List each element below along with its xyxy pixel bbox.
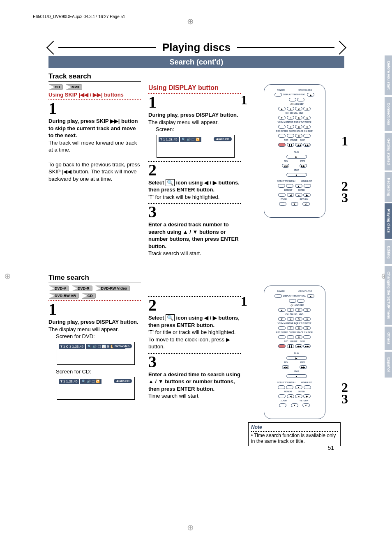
- dotted-divider: [48, 99, 141, 100]
- chevron-left-icon: [46, 41, 60, 55]
- dotted-divider: [148, 161, 241, 162]
- dotted-divider: [148, 296, 241, 297]
- time-step-1-text: The display menu will appear.: [48, 326, 141, 333]
- callout-1b: 1: [341, 134, 348, 149]
- note-text: • Time search function is available only…: [251, 433, 338, 444]
- display-step-1-num: 1: [148, 96, 241, 109]
- search-icon: 🔍: [166, 314, 175, 321]
- time-step-2-num: 2: [148, 299, 241, 312]
- tab-setup-menu: Changing the SETUP menu: [385, 266, 392, 325]
- banner-bar-right: [237, 47, 334, 48]
- track-badges: CD MP3: [48, 84, 141, 90]
- display-step-1-sub: Screen:: [156, 126, 241, 133]
- time-col-right: 1 2 3 POWER OPEN/CLOSE DISPLAY TIMER PRO…: [248, 286, 341, 446]
- time-badges-row1: DVD-V DVD-R DVD-RW Video: [48, 286, 141, 291]
- display-step-3-text: Track search will start.: [148, 250, 241, 257]
- step-1-bold: During play, press SKIP ▶▶| button to sk…: [48, 117, 141, 139]
- time-search-columns: DVD-V DVD-R DVD-RW Video DVD-RW VR CD 1 …: [48, 286, 344, 446]
- sub-title: Search (cont'd): [48, 56, 344, 68]
- time-step-1-sub2: Screen for CD:: [56, 368, 141, 375]
- screen-icon-row: 🔍 🔊 ⬚ 🔁: [180, 137, 202, 142]
- display-step-3-num: 3: [148, 205, 241, 219]
- tab-editing: Editing: [385, 240, 392, 265]
- step-1-para2: To go back to the previous track, press …: [48, 161, 141, 183]
- badge-dvdv: DVD-V: [48, 286, 69, 291]
- dotted-divider: [148, 203, 241, 204]
- main-title: Playing discs: [156, 41, 237, 54]
- time-step-1-bold: During play, press DISPLAY button.: [48, 318, 141, 326]
- time-search-heading: Time search: [48, 274, 141, 283]
- display-step-1-text: The display menu will appear.: [148, 119, 241, 126]
- time-badges-row2: DVD-RW VR CD: [48, 293, 141, 299]
- badge-cd: CD: [48, 84, 63, 90]
- time-step-3-text: Time search will start.: [148, 392, 241, 400]
- tab-recording: Recording: [385, 172, 392, 202]
- page-content: Playing discs Search (cont'd) Track sear…: [48, 41, 344, 446]
- page-number: 51: [327, 444, 334, 451]
- registration-mark-bottom: ⊕: [187, 523, 194, 532]
- time-step-3-num: 3: [148, 355, 241, 368]
- screen-cd: T 1 1:23:45 Audio CD 🔍 🔊 ⬚ 🔁: [57, 377, 135, 400]
- display-step-2-text: Select 🔍 icon using ◀ / ▶ buttons, then …: [148, 179, 241, 193]
- display-step-3-bold: Enter a desired track number to search u…: [148, 221, 241, 250]
- remote-diagram-2: POWER OPEN/CLOSE DISPLAY TIMER PROG. ▲ .…: [264, 286, 325, 419]
- tab-playing-discs: Playing discs: [385, 203, 392, 239]
- tab-connections: Connections: [385, 97, 392, 131]
- time-search-section: Time search DVD-V DVD-R DVD-RW Video DVD…: [48, 274, 344, 446]
- banner-bar-left: [58, 47, 156, 48]
- step-1-text: The track will move forward one track at…: [48, 139, 141, 154]
- title-banner: Playing discs: [48, 41, 344, 54]
- screen-tag-cd: Audio CD: [114, 379, 132, 383]
- badge-cd: CD: [81, 293, 96, 299]
- time-step-1-sub1: Screen for DVD:: [56, 333, 141, 340]
- time-step-3-bold: Enter a desired time to search using ▲ /…: [148, 371, 241, 393]
- remote-diagram-1: POWER OPEN/CLOSE DISPLAY TIMER PROG. ▲ .…: [264, 84, 325, 218]
- track-search-heading: Track search: [48, 72, 141, 82]
- screen-icon-row: 🔍 🔊 ⬚ 🔁: [80, 379, 102, 384]
- display-step-2-num: 2: [148, 164, 241, 177]
- step-1-number: 1: [48, 102, 141, 115]
- callout2-1: 1: [241, 294, 247, 309]
- time-col-left: DVD-V DVD-R DVD-RW Video DVD-RW VR CD 1 …: [48, 286, 141, 446]
- note-box: Note • Time search function is available…: [248, 422, 341, 446]
- tab-others: Others: [385, 327, 392, 350]
- registration-mark-left: ⊕: [4, 271, 11, 281]
- print-header: E6501UD_DVR90DEA.qx3 04.3.17 16:27 Page …: [33, 14, 125, 19]
- display-step-2-sub: 'T' for track will be highlighted.: [148, 193, 241, 201]
- screen-info-cd: T 1 1:23:45: [59, 379, 79, 384]
- badge-dvdrw-video: DVD-RW Video: [95, 286, 130, 291]
- tab-getting-started: Getting started: [385, 133, 392, 170]
- display-step-1-bold: During play, press DISPLAY button.: [148, 111, 241, 119]
- chevron-right-icon: [332, 41, 346, 55]
- screen-info-dvd: T 1 C 1 1:23:45: [59, 344, 85, 349]
- callout-1: 1: [241, 92, 247, 108]
- dotted-divider: [148, 93, 241, 94]
- screen-tag-dvd: DVD-Video: [112, 344, 132, 348]
- screen-dvd-video: T 1 C 1 1:23:45 DVD-Video 🔍 🔊 ⬚ 📊 ⊞ 🔁 ∠ …: [57, 342, 135, 365]
- time-step-2-sub2: To move to the clock icon, press ▶ butto…: [148, 336, 241, 350]
- track-search-columns: CD MP3 Using SKIP |◀◀ / ▶▶| buttons 1 Du…: [48, 84, 344, 257]
- track-col-left: CD MP3 Using SKIP |◀◀ / ▶▶| buttons 1 Du…: [48, 84, 141, 257]
- time-step-1-num: 1: [48, 303, 141, 316]
- dotted-divider: [148, 353, 241, 354]
- callout2-3: 3: [341, 391, 348, 407]
- screen-info: T 1 1:23:45: [159, 137, 179, 142]
- time-step-2-text: Select 🔍 icon using ◀ / ▶ buttons, then …: [148, 314, 241, 329]
- using-skip-heading: Using SKIP |◀◀ / ▶▶| buttons: [48, 92, 141, 98]
- tab-before: Before you start: [385, 55, 392, 95]
- side-tabs: Before you start Connections Getting sta…: [385, 55, 392, 379]
- search-icon: 🔍: [166, 179, 175, 186]
- tab-espanol: Español: [385, 352, 392, 378]
- note-title: Note: [251, 424, 338, 430]
- registration-mark-top: ⊕: [187, 16, 194, 26]
- screen-audio-cd: T 1 1:23:45 Audio CD 🔍 🔊 ⬚ 🔁: [157, 135, 235, 158]
- callout-3: 3: [341, 190, 348, 205]
- badge-dvdrw-vr: DVD-RW VR: [48, 293, 79, 299]
- track-col-right: 1 1 2 3 POWER OPEN/CLOSE DISPLAY TIMER P…: [248, 84, 341, 257]
- screen-tag-audio-cd: Audio CD: [214, 137, 232, 141]
- badge-mp3: MP3: [65, 84, 82, 90]
- time-step-2-sub: 'T' for title or track will be highlight…: [148, 329, 241, 336]
- time-col-mid: 2 Select 🔍 icon using ◀ / ▶ buttons, the…: [148, 286, 241, 446]
- using-display-heading: Using DISPLAY button: [148, 84, 241, 92]
- badge-dvdr: DVD-R: [71, 286, 92, 291]
